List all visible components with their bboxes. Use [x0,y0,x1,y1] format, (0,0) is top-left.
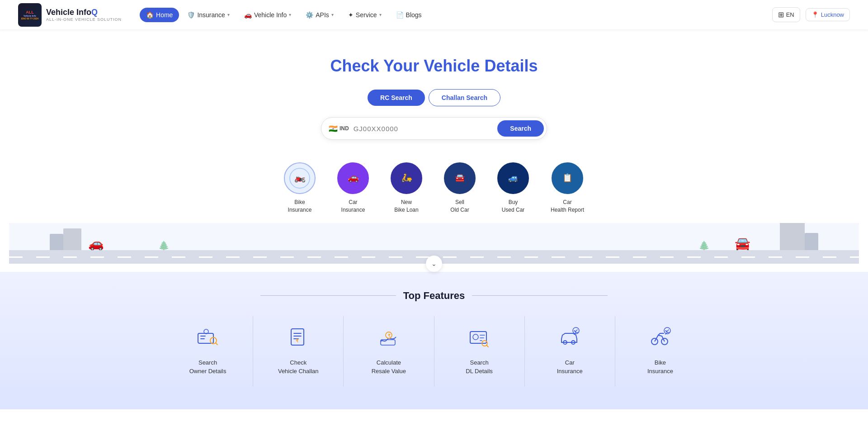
bike-loan-icon: 🛵 [396,168,417,189]
chevron-down-icon-4: ▾ [379,12,382,17]
search-button[interactable]: Search [497,120,544,137]
challan-icon: ₹ [287,327,310,353]
car-insurance-icon: 🚗 [343,168,363,189]
trending-section: Trending New Cars HATCHBACK SEDAN SUV MU… [0,409,868,422]
location-pin-icon: 📍 [811,11,819,18]
feature-bike-insurance[interactable]: BikeInsurance [615,316,705,387]
feature-challan[interactable]: ₹ CheckVehicle Challan [253,316,344,387]
nav-vehicle-info[interactable]: 🚗 Vehicle Info ▾ [238,8,297,22]
chevron-down-icon-2: ▾ [289,12,291,17]
tree-left-icon: 🌲 [158,240,170,251]
nav-apis-label: APIs [316,11,329,19]
resale-icon: ₹ [377,327,401,353]
feature-car-insurance-label: CarInsurance [557,358,583,376]
feature-resale-label: CalculateResale Value [372,358,406,376]
nav-apis[interactable]: ⚙️ APIs ▾ [299,8,340,22]
feature-search-owner-label: SearchOwner Details [189,358,226,376]
car-right-icon: 🚘 [735,236,750,251]
service-item-sell-old-car[interactable]: 🚘 SellOld Car [444,162,476,214]
feature-resale[interactable]: ₹ CalculateResale Value [344,316,434,387]
service-item-car-health-report[interactable]: 📋 CarHealth Report [551,162,584,214]
logo-main-title: Vehicle InfoQ [46,8,122,17]
nav-service-label: Service [356,11,377,19]
svg-text:₹: ₹ [388,333,391,338]
hero-title-accent: Vehicle [424,57,480,75]
feature-dl[interactable]: SearchDL Details [434,316,525,387]
car-health-report-icon: 📋 [557,168,578,189]
nav-right: ⊞ EN 📍 Lucknow [772,7,850,22]
feature-car-insurance[interactable]: CarInsurance [525,316,615,387]
top-features-title: Top Features [403,290,465,302]
nav-home[interactable]: 🏠 Home [140,8,179,22]
bike-insurance-circle: 🏍️ [284,162,316,194]
svg-text:📋: 📋 [562,173,573,183]
service-item-bike-loan[interactable]: 🛵 NewBike Loan [391,162,422,214]
search-tabs: RC Search Challan Search [9,89,859,106]
top-features-section: Top Features SearchOwner Details [0,272,868,409]
language-button[interactable]: ⊞ EN [772,7,800,22]
hero-title-normal1: Check Your [330,57,424,75]
section-title-row: Top Features [9,290,859,302]
car-icon: 🚗 [244,11,252,19]
sell-old-car-label: SellOld Car [450,199,469,214]
svg-text:🚙: 🚙 [508,173,519,183]
feature-bike-insurance-label: BikeInsurance [647,358,673,376]
building-right-2 [805,233,818,251]
tree-right-icon: 🌲 [698,240,710,251]
svg-text:₹: ₹ [296,338,299,343]
car-insurance-circle: 🚗 [337,162,369,194]
bike-loan-circle: 🛵 [391,162,422,194]
nav-service[interactable]: ✦ Service ▾ [342,8,388,22]
service-item-buy-used-car[interactable]: 🚙 BuyUsed Car [497,162,529,214]
tab-rc-search[interactable]: RC Search [368,90,425,106]
nav-blogs[interactable]: 📄 Blogs [390,8,428,22]
logo-area[interactable]: ALL Vehicle Info ENO 50 TY 2024 Vehicle … [18,3,122,27]
buy-used-car-icon: 🚙 [503,168,524,189]
nav-home-label: Home [156,11,173,19]
chevron-down-icon: ▾ [227,12,230,17]
shield-icon: 🛡️ [187,11,195,19]
vehicle-number-input[interactable] [354,125,498,133]
logo-title: Vehicle InfoQ ALL-IN-ONE VEHICLE SOLUTIO… [46,8,122,22]
bike-insurance-icon: 🏍️ [289,168,310,189]
hero-title-normal2: Details [480,57,538,75]
service-icons-row: 🏍️ BikeInsurance 🚗 CarInsurance 🛵 [9,158,859,228]
car-health-report-circle: 📋 [552,162,583,194]
blog-icon: 📄 [396,11,404,19]
nav-links: 🏠 Home 🛡️ Insurance ▾ 🚗 Vehicle Info ▾ ⚙… [140,8,772,22]
flag-icon: 🇮🇳 [329,124,338,133]
service-icon: ✦ [348,11,354,19]
logo-box: ALL Vehicle Info ENO 50 TY 2024 [18,3,42,27]
navbar: ALL Vehicle Info ENO 50 TY 2024 Vehicle … [0,0,868,29]
chevron-down-arrow-icon: ⌄ [431,260,437,267]
svg-point-21 [473,334,478,340]
lang-label: EN [786,11,794,18]
dl-icon [467,327,491,353]
scroll-down-arrow[interactable]: ⌄ [426,256,442,272]
hero-title: Check Your Vehicle Details [9,57,859,76]
api-icon: ⚙️ [306,11,313,19]
service-item-bike-insurance[interactable]: 🏍️ BikeInsurance [284,162,316,214]
service-item-car-insurance[interactable]: 🚗 CarInsurance [337,162,369,214]
bike-insurance-label: BikeInsurance [288,199,312,214]
svg-text:🏍️: 🏍️ [294,172,305,183]
buy-used-car-circle: 🚙 [497,162,529,194]
sell-old-car-circle: 🚘 [444,162,476,194]
buy-used-car-label: BuyUsed Car [502,199,525,214]
tab-challan-search[interactable]: Challan Search [429,89,500,106]
bike-insurance-feature-icon [648,327,672,353]
logo-subtitle: ALL-IN-ONE VEHICLE SOLUTION [46,17,122,22]
logo-all-text: ALL [26,10,34,14]
car-left-icon: 🚗 [88,236,104,251]
nav-insurance[interactable]: 🛡️ Insurance ▾ [181,8,236,22]
feature-search-owner[interactable]: SearchOwner Details [163,316,253,387]
ind-badge: 🇮🇳 IND [329,124,349,133]
location-button[interactable]: 📍 Lucknow [806,8,850,21]
hero-section: Check Your Vehicle Details RC Search Cha… [0,29,868,264]
building-left-2 [50,234,63,251]
sell-old-car-icon: 🚘 [449,168,470,189]
svg-text:🛵: 🛵 [401,172,412,183]
search-owner-icon [196,327,220,353]
lang-grid-icon: ⊞ [778,10,784,19]
nav-vehicle-info-label: Vehicle Info [254,11,287,19]
